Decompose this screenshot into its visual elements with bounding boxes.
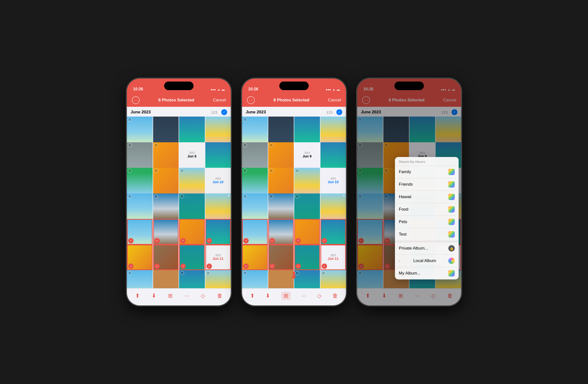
photo-cell[interactable] (320, 142, 346, 168)
menu-dots-2: ··· (250, 98, 252, 102)
photo-cell-selected[interactable]: ✓ (294, 245, 320, 270)
photo-cell[interactable] (242, 142, 268, 168)
download-button-1[interactable]: ⬇ (152, 293, 156, 299)
june-check-1[interactable]: ✓ (221, 109, 227, 115)
popup-test[interactable]: Test (395, 228, 459, 241)
more-icon-1: ··· (185, 293, 189, 299)
popup-private-album[interactable]: Private Album... 🔒 (395, 242, 459, 254)
download-button-2[interactable]: ⬇ (266, 293, 270, 299)
tag-button-2[interactable]: ◇ (317, 293, 321, 299)
hawaii-icon (448, 194, 455, 200)
photo-cell-selected[interactable]: ✓ (242, 245, 268, 270)
popup-pets[interactable]: Pets (395, 216, 459, 228)
photo-cell[interactable] (127, 193, 153, 219)
photo-cell[interactable] (179, 193, 205, 219)
checkmark: ✓ (295, 238, 301, 243)
photo-cell-selected[interactable]: ✓ (179, 219, 205, 245)
my-album-label: My Album... (399, 271, 421, 276)
delete-button-2[interactable]: 🗑 (333, 293, 338, 299)
photo-cell-selected[interactable]: ✓ (205, 219, 231, 245)
photo-cell[interactable] (179, 168, 205, 193)
photo-cell-selected[interactable]: ✓ (268, 245, 294, 270)
photo-cell[interactable] (268, 193, 294, 219)
photo-cell[interactable] (179, 270, 205, 288)
photo-cell[interactable] (268, 168, 294, 193)
photo-cell[interactable] (153, 142, 179, 168)
hawaii-label: Hawaii (399, 194, 411, 199)
photo-cell[interactable] (127, 270, 153, 288)
photo-cell[interactable] (242, 193, 268, 219)
popup-hawaii[interactable]: Hawaii (395, 191, 459, 203)
photo-cell[interactable] (294, 193, 320, 219)
photo-cell-selected[interactable]: ✓ (127, 245, 153, 270)
pets-label: Pets (399, 220, 407, 224)
more-button-1[interactable]: ··· (185, 293, 189, 299)
photo-row-3: 2023 Jun 10 (127, 168, 231, 193)
photo-cell[interactable] (205, 270, 231, 288)
photo-cell[interactable] (153, 270, 179, 288)
cancel-button-1[interactable]: Cancel (213, 98, 226, 103)
photo-cell[interactable] (127, 142, 153, 168)
menu-button-1[interactable]: ··· (132, 96, 140, 104)
photo-cell-selected[interactable]: ✓ (320, 219, 346, 245)
june-check-2[interactable]: ✓ (336, 109, 342, 115)
share-icon-1: ⬆ (135, 293, 140, 299)
select-indicator (180, 194, 184, 198)
photo-cell[interactable] (153, 117, 179, 142)
photo-cell[interactable] (268, 117, 294, 142)
photo-cell[interactable] (242, 270, 268, 288)
photo-cell-selected[interactable]: ✓ (153, 219, 179, 245)
photo-cell[interactable] (242, 117, 268, 142)
popup-friends[interactable]: Friends (395, 178, 459, 191)
photo-cell[interactable] (242, 168, 268, 193)
photo-cell[interactable] (205, 117, 231, 142)
select-indicator (128, 143, 132, 147)
photo-cell-selected[interactable]: ✓ (127, 219, 153, 245)
more-button-2[interactable]: ··· (302, 293, 306, 299)
photo-date-jun10: 2023 Jun 10 (205, 168, 231, 193)
add-to-album-button-1[interactable]: ⊞ (168, 293, 172, 299)
photo-cell-selected[interactable]: ✓ (242, 219, 268, 245)
photo-cell[interactable]: ⚑ (205, 193, 231, 219)
photo-row-2: 2023 Jun 9 (127, 142, 231, 168)
photo-cell[interactable] (179, 117, 205, 142)
photo-cell[interactable] (127, 168, 153, 193)
photo-cell[interactable] (320, 270, 346, 288)
share-button-2[interactable]: ⬆ (250, 293, 254, 299)
checkmark: ✓ (128, 238, 133, 243)
photo-cell[interactable] (127, 117, 153, 142)
photo-cell[interactable] (320, 117, 346, 142)
photo-cell-selected[interactable]: ✓ (179, 245, 205, 270)
popup-my-album[interactable]: My Album... (395, 267, 459, 280)
photo-cell-selected[interactable]: ✓ (153, 245, 179, 270)
tag-button-1[interactable]: ◇ (201, 293, 205, 299)
jun11-year: 2023 (215, 254, 221, 257)
popup-local-album[interactable]: › Local Album (395, 254, 459, 267)
photo-cell[interactable]: ⚑ (320, 193, 346, 219)
photo-cell[interactable] (294, 168, 320, 193)
photo-cell-selected[interactable]: ✓ (294, 219, 320, 245)
photo-date-jun11-2: 2023 Jun 11 ✓ (320, 245, 346, 270)
photo-cell[interactable] (294, 117, 320, 142)
delete-button-1[interactable]: 🗑 (217, 293, 222, 299)
my-album-icon (448, 270, 455, 277)
checkmark: ✓ (322, 263, 327, 269)
menu-dots-1: ··· (134, 98, 137, 102)
photo-cell-selected[interactable]: ✓ (268, 219, 294, 245)
wifi-icon-1: ▲ (217, 88, 220, 91)
family-label: Family (399, 169, 411, 174)
test-label: Test (399, 232, 406, 237)
share-button-1[interactable]: ⬆ (135, 293, 140, 299)
popup-food[interactable]: Food (395, 203, 459, 216)
content-1: June 2023 123 ✓ 2023 Jun 9 (127, 107, 231, 288)
june-header-2: June 2023 123 ✓ (242, 107, 346, 117)
photo-cell[interactable] (268, 142, 294, 168)
photo-cell[interactable] (153, 168, 179, 193)
photo-cell[interactable] (205, 142, 231, 168)
cancel-button-2[interactable]: Cancel (328, 98, 341, 103)
select-indicator (154, 143, 158, 147)
menu-button-2[interactable]: ··· (247, 96, 255, 104)
add-to-album-button-2[interactable]: ⊞ (281, 292, 291, 300)
popup-family[interactable]: Family (395, 165, 459, 178)
photo-cell[interactable] (153, 193, 179, 219)
